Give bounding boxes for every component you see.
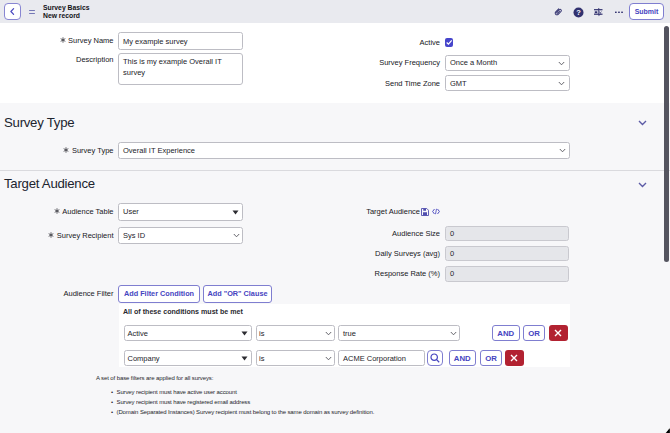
svg-text:?: ? — [576, 8, 581, 17]
